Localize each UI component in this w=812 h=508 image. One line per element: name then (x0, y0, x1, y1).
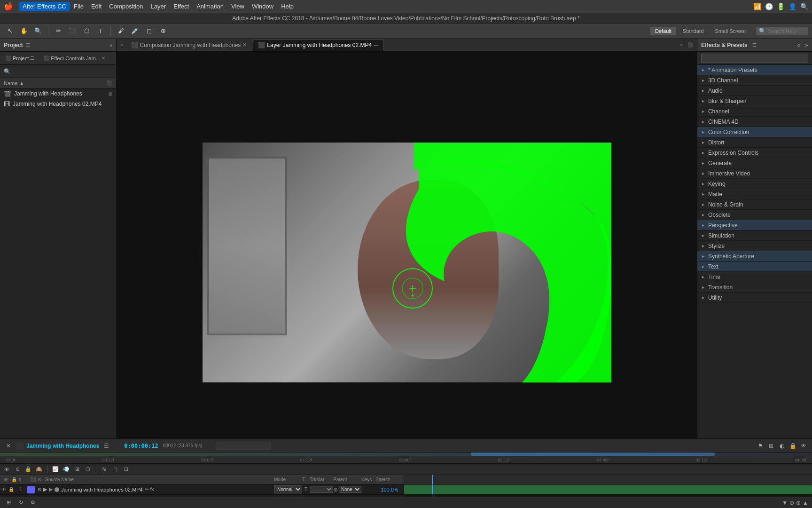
shape-tool[interactable]: ⬡ (80, 25, 93, 37)
effect-cat-3dchannel[interactable]: ► 3D Channel (697, 75, 812, 86)
effect-cat-distort[interactable]: ► Distort (697, 137, 812, 148)
tl-minimap-handle[interactable] (471, 452, 714, 456)
menu-effect[interactable]: Effect (170, 2, 193, 11)
tab-effect-close[interactable]: ✕ (102, 56, 105, 61)
menu-composition[interactable]: Composition (105, 2, 147, 11)
tl-solo-btn[interactable]: ◐ (777, 441, 787, 451)
project-menu-icon[interactable]: ☰ (26, 42, 30, 48)
menu-layer[interactable]: Layer (147, 2, 170, 11)
layer-name[interactable]: Jamming with Headphones 02.MP4 (61, 487, 143, 492)
zoom-tool[interactable]: 🔍 (32, 25, 44, 37)
tab-project-menu[interactable]: ☰ (30, 56, 34, 61)
tl-shy-btn[interactable]: 👁 (799, 441, 808, 451)
viewer-menu-icon[interactable]: ⬛ (686, 42, 695, 48)
effect-cat-perspective[interactable]: ► Perspective (697, 220, 812, 230)
tl-bb-zoom-out-btn[interactable]: ⊖ (789, 500, 794, 506)
tl-search-input[interactable] (215, 442, 271, 450)
tl-green-track[interactable] (404, 485, 812, 494)
layer-play-btn[interactable]: ▶ (43, 486, 47, 492)
tl-fx-btn[interactable]: fx (100, 465, 109, 474)
tl-menu-icon[interactable]: ☰ (104, 443, 109, 449)
effect-cat-simulation[interactable]: ► Simulation (697, 230, 812, 241)
tl-track-content[interactable] (404, 484, 812, 495)
layer-parent-select[interactable]: None (339, 486, 361, 493)
menu-window[interactable]: Window (248, 2, 277, 11)
tl-bb-loop-btn[interactable]: ↻ (16, 498, 25, 508)
tl-bb-collapse-btn[interactable]: ▼ (782, 500, 788, 506)
effect-cat-utility[interactable]: ► Utility (697, 293, 812, 303)
tl-track-ruler[interactable] (404, 475, 812, 484)
menu-file[interactable]: File (70, 2, 87, 11)
tab-effect-controls[interactable]: ⬛ Effect Controls Jam... ✕ (40, 54, 109, 63)
tl-frame-blend-btn[interactable]: ⊡ (121, 465, 131, 474)
roto-brush-tool[interactable]: ⊕ (157, 25, 169, 37)
search-help-input[interactable] (768, 28, 805, 34)
effect-cat-colorcorrection[interactable]: ► Color Correction (697, 127, 812, 137)
mask-feather-tool[interactable]: ⬛ (66, 25, 78, 37)
effect-cat-transition[interactable]: ► Transition (697, 282, 812, 293)
workspace-small-screen[interactable]: Small Screen (710, 27, 750, 35)
comp-tab-close-icon[interactable]: ✕ (242, 42, 247, 48)
menu-animation[interactable]: Animation (193, 2, 227, 11)
layer-vis-btn[interactable]: 👁 (0, 487, 8, 492)
project-expand-icon[interactable]: » (109, 42, 112, 48)
project-item-footage[interactable]: 🎞 Jamming with Headphones 02.MP4 (0, 99, 116, 109)
eraser-tool[interactable]: ◻ (143, 25, 155, 37)
menu-view[interactable]: View (227, 2, 248, 11)
effect-cat-blur[interactable]: ► Blur & Sharpen (697, 96, 812, 106)
tl-bb-zoom-in-btn[interactable]: ⊕ (796, 500, 801, 506)
project-item-comp[interactable]: 🎬 Jamming with Headphones ⊞ (0, 88, 116, 99)
tl-add-marker-btn[interactable]: ⚑ (756, 441, 765, 451)
effect-cat-keying[interactable]: ► Keying (697, 179, 812, 189)
tl-3d-layer-btn[interactable]: ⬡ (83, 465, 93, 474)
comp-tab-expand-icon[interactable]: » (118, 42, 125, 48)
layer-lock-btn[interactable]: 🔒 (8, 487, 15, 492)
tl-degrade-btn[interactable]: ◻ (110, 465, 120, 474)
tl-timecode[interactable]: 0:00:00:12 (124, 443, 158, 449)
layer-trkmat-select[interactable] (310, 486, 333, 493)
effect-cat-animation[interactable]: ► * Animation Presets (697, 65, 812, 75)
effects-expand-left[interactable]: « (797, 42, 801, 48)
menu-help[interactable]: Help (277, 2, 297, 11)
search-menu-icon[interactable]: 🔍 (800, 3, 808, 10)
tl-minimap[interactable] (0, 452, 812, 456)
viewer-expand-icon[interactable]: » (678, 42, 685, 48)
effect-cat-matte[interactable]: ► Matte (697, 189, 812, 199)
apple-menu-icon[interactable]: 🍎 (4, 2, 13, 11)
pen-tool[interactable]: ✏ (52, 25, 64, 37)
tl-bb-preview-btn[interactable]: ⊞ (4, 498, 13, 508)
effects-expand-right[interactable]: » (805, 42, 808, 48)
effect-cat-time[interactable]: ► Time (697, 272, 812, 282)
effect-cat-synthetic[interactable]: ► Synthetic Aperture (697, 251, 812, 262)
effect-cat-noisegrain[interactable]: ► Noise & Grain (697, 199, 812, 210)
menu-aftereffects[interactable]: After Effects CC (19, 2, 70, 11)
tl-motion-blur-btn[interactable]: 💨 (62, 465, 71, 474)
brush-tool[interactable]: 🖌 (115, 25, 127, 37)
tl-solo-layers-btn[interactable]: ⊙ (13, 465, 22, 474)
text-tool[interactable]: T (94, 25, 107, 37)
col-sort-icon[interactable]: ▲ (19, 80, 24, 86)
tl-shy-layers-btn[interactable]: 🙈 (34, 465, 44, 474)
project-search-input[interactable] (13, 68, 112, 75)
tl-options-btn[interactable]: ⊞ (766, 441, 776, 451)
layer-rename-btn[interactable]: ✏ (145, 487, 148, 492)
effect-cat-immersive[interactable]: ► Immersive Video (697, 168, 812, 179)
tl-bb-settings-btn[interactable]: ⚙ (28, 498, 38, 508)
tl-lock-all-btn[interactable]: 🔒 (23, 465, 33, 474)
menu-edit[interactable]: Edit (87, 2, 105, 11)
effect-cat-obsolete[interactable]: ► Obsolete (697, 210, 812, 220)
select-tool[interactable]: ↖ (4, 25, 16, 37)
tl-close-btn[interactable]: ✕ (4, 441, 13, 451)
workspace-default[interactable]: Default (650, 27, 676, 35)
layer-fx-btn[interactable]: fx (150, 487, 154, 492)
layer-tab-menu[interactable]: — (374, 42, 378, 48)
effect-cat-generate[interactable]: ► Generate (697, 158, 812, 168)
tl-lock-btn[interactable]: 🔒 (788, 441, 797, 451)
layer-color-label[interactable] (27, 486, 35, 493)
effects-search-input[interactable] (701, 54, 808, 63)
tl-graph-editor-btn[interactable]: 📈 (51, 465, 60, 474)
layer-solo-btn[interactable]: ⊙ (36, 487, 43, 492)
effect-cat-audio[interactable]: ► Audio (697, 86, 812, 96)
effect-cat-channel[interactable]: ► Channel (697, 106, 812, 117)
effects-menu-icon[interactable]: ☰ (752, 42, 757, 48)
